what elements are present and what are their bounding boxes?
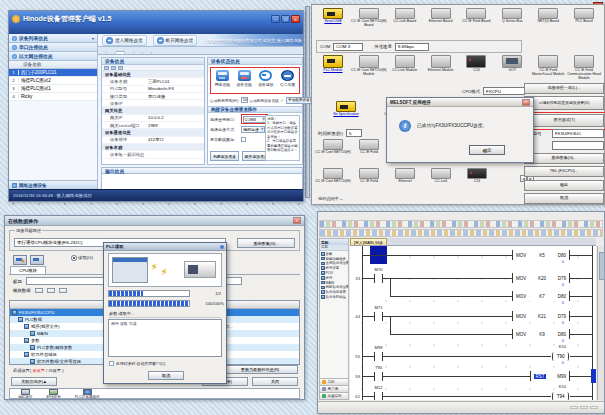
device-tab[interactable] xyxy=(134,52,143,54)
device-tab[interactable] xyxy=(116,51,125,54)
close-icon[interactable]: ✕ xyxy=(522,99,530,106)
navigation-pane-button[interactable]: 用户库 xyxy=(320,385,348,392)
hardware-interface-item[interactable]: CC IE Field Communication Head Module xyxy=(566,55,602,85)
direct-connection-button[interactable]: 可编程控制器直接连接设置(D) xyxy=(524,96,604,110)
com-port-field[interactable]: COM 3 xyxy=(333,43,363,51)
system-image-button[interactable]: 系统图像(G)... xyxy=(524,153,604,164)
monitor-icon[interactable] xyxy=(13,255,27,265)
maximize-button[interactable]: ❐ xyxy=(281,15,290,23)
device-tab[interactable] xyxy=(143,52,152,54)
hardware-interface-item[interactable]: CC-Link Module xyxy=(387,55,423,85)
reconnect-checkbox[interactable] xyxy=(241,137,246,142)
project-tree-item[interactable]: 软元件初始值 xyxy=(321,295,347,300)
close-button[interactable]: 关闭 xyxy=(252,377,298,386)
related-function-item[interactable]: 远程操作 xyxy=(18,389,32,399)
com-port-select[interactable]: COM3 ▾ xyxy=(243,116,267,123)
hardware-interface-item[interactable]: PLC Module xyxy=(315,55,351,85)
close-icon[interactable]: ✕ xyxy=(293,217,301,224)
cpu-module-tab[interactable]: CPU模块 xyxy=(10,266,46,274)
checkbox-checked-icon[interactable]: ✓ xyxy=(280,98,284,103)
hardware-interface-item[interactable]: GOT xyxy=(494,55,530,85)
no-contact-symbol[interactable] xyxy=(374,274,383,283)
hardware-interface-item[interactable]: CC IE Cont NET/10(H) Board xyxy=(351,8,387,38)
hardware-interface-item[interactable]: CC IE Field xyxy=(351,139,387,165)
hardware-interface-item[interactable]: NET(II) Board xyxy=(530,8,566,38)
selection-button[interactable] xyxy=(59,288,67,293)
related-function-item[interactable]: PLC存储器操作 xyxy=(75,389,100,399)
project-tree-item[interactable]: 软元件存储器 xyxy=(321,290,347,295)
project-tree[interactable]: 参数智能功能模块全局软元件注释程序设置POU程序MAIN局部软元件注释软元件存储… xyxy=(320,251,348,301)
related-function-item[interactable]: 时钟设置 xyxy=(46,389,60,399)
connection-path-list-button[interactable]: 连接路径一览(L)... xyxy=(524,83,604,94)
disconnect-network-button[interactable]: 断开网络连接 xyxy=(153,35,198,46)
timer-coil[interactable]: T94 xyxy=(551,391,570,400)
hardware-interface-item[interactable]: Q Series Bus xyxy=(494,8,530,38)
close-button[interactable]: ✕ xyxy=(291,15,300,23)
hardware-interface-item[interactable]: CC IE Cont NET/10(H) xyxy=(315,139,351,165)
tel-fxcpu-button[interactable]: TEL (FXCPU)... xyxy=(524,166,604,177)
titlebar[interactable]: Hinode设备管理客户端 v1.5 ─ ❐ ✕ xyxy=(9,11,303,26)
no-contact-symbol[interactable] xyxy=(374,352,383,361)
hardware-interface-item[interactable]: CC IE Cont NET/10(H) Module xyxy=(351,55,387,85)
ok-button[interactable]: 确定 xyxy=(524,180,604,191)
sidebar-section-ethernet[interactable]: 以太网连接信息 xyxy=(9,52,97,61)
ladder-editor-canvas[interactable]: MOVK5D80 0 33 M70 MOVK20D79 0 MOVK7D80 0… xyxy=(350,246,596,400)
network-connect-devices-button[interactable]: 网络连接设备 xyxy=(9,180,97,189)
refresh-info-button[interactable]: 更新为最新的信息(R) xyxy=(222,365,298,374)
hardware-interface-item[interactable]: CC-Link Board xyxy=(387,8,423,38)
build-channel-button[interactable]: 构建连接通道 xyxy=(210,151,239,161)
hardware-interface-item[interactable]: No Specification xyxy=(315,101,377,127)
communication-test-button[interactable]: 通信测试(T) xyxy=(524,114,604,127)
navigation-pane-button[interactable]: 工程 xyxy=(320,378,348,385)
auto-close-option[interactable]: 处理结束时,自动关闭窗口(C) xyxy=(109,361,165,366)
device-tab[interactable] xyxy=(98,52,107,54)
dialog-titlebar[interactable]: MELSOFT 应用程序 ✕ xyxy=(387,98,533,107)
cancel-button[interactable]: 取消 xyxy=(148,371,184,380)
radio-option[interactable]: 读取(U) xyxy=(71,255,93,261)
hardware-interface-item[interactable]: Serial USB xyxy=(315,8,351,38)
ladder-document-tab[interactable]: [写入]MAIN 33步 xyxy=(350,238,387,245)
device-tab[interactable] xyxy=(107,52,116,54)
device-tab[interactable] xyxy=(125,52,134,54)
device-list-row[interactable]: 3海得PLC测试1 xyxy=(9,85,97,93)
ladder-symbol-toolbar[interactable] xyxy=(319,229,603,237)
related-functions-button[interactable]: 关联功能(F)▲ xyxy=(11,377,57,386)
plc-icon[interactable] xyxy=(30,255,44,265)
no-contact-symbol[interactable] xyxy=(374,372,383,381)
rst-instruction[interactable]: RSTM99 xyxy=(530,371,570,381)
hardware-interface-item[interactable]: CC-Link xyxy=(423,168,459,194)
hardware-interface-item[interactable]: C24 xyxy=(459,55,495,85)
connect-network-button[interactable]: 接入网络连接 xyxy=(102,35,147,46)
device-list-row[interactable]: 1西门子200PLC01 xyxy=(9,69,97,77)
hardware-interface-item[interactable]: Ethernet Module xyxy=(423,55,459,85)
sidebar-section-device-list[interactable]: 设备列表信息 ▾ xyxy=(9,34,97,43)
baud-field[interactable]: 9.6Kbps xyxy=(395,43,429,51)
hardware-interface-item[interactable]: Ethernet xyxy=(387,168,423,194)
hardware-interface-item[interactable]: CC IE Cont NET/10(H) xyxy=(315,168,351,194)
selection-button[interactable] xyxy=(35,288,43,293)
ok-button[interactable]: 确定 xyxy=(469,145,505,155)
hardware-interface-item[interactable]: Ethernet Board xyxy=(423,8,459,38)
cancel-button[interactable]: 取消 xyxy=(524,193,604,204)
standard-toolbar[interactable] xyxy=(319,220,603,228)
timer-coil[interactable]: T90 xyxy=(551,351,570,361)
hardware-interface-item[interactable]: C24 xyxy=(459,168,495,194)
system-image-button[interactable]: 系统图像(G)... xyxy=(237,238,295,248)
hardware-interface-item[interactable]: CC IE Field xyxy=(351,168,387,194)
auto-close-checkbox[interactable] xyxy=(109,361,114,366)
hardware-interface-item[interactable]: PLC Board xyxy=(566,8,602,38)
minimize-button[interactable]: ─ xyxy=(271,15,280,23)
selection-button[interactable] xyxy=(47,288,55,293)
no-contact-symbol[interactable] xyxy=(374,392,383,400)
navigation-pane-button[interactable]: 连接目标 xyxy=(320,392,348,399)
vertical-scrollbar[interactable] xyxy=(597,246,604,400)
dialog-titlebar[interactable]: PLC读取 xyxy=(104,243,226,251)
device-list-row[interactable]: 4Ricky xyxy=(9,93,97,101)
no-contact-symbol[interactable] xyxy=(374,312,383,321)
hardware-interface-item[interactable]: CC IE Field Board xyxy=(459,8,495,38)
device-list-row[interactable]: 2海得PLC测试2 xyxy=(9,77,97,85)
dialog-titlebar[interactable]: 在线数据操作 ✕ xyxy=(5,216,304,226)
hardware-interface-item[interactable]: CC IE Field Master/Local Module xyxy=(530,55,566,85)
connect-mode-select[interactable]: 编程连接 ▾ xyxy=(241,126,265,133)
sidebar-section-serial[interactable]: 串口连接信息 xyxy=(9,43,97,52)
